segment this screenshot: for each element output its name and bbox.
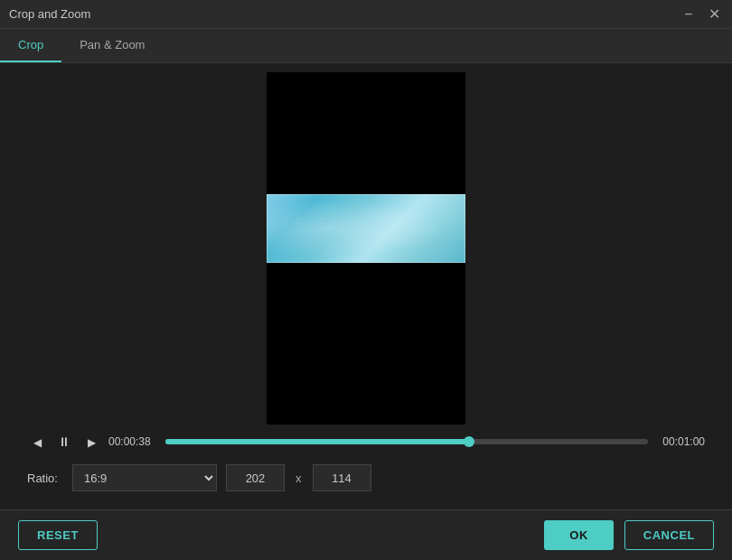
window-controls: − ✕: [680, 5, 723, 23]
crop-width-input[interactable]: [226, 464, 285, 491]
ok-button[interactable]: OK: [544, 520, 614, 550]
cancel-button[interactable]: CANCEL: [624, 520, 714, 550]
video-bottom-black: [267, 263, 465, 425]
close-button[interactable]: ✕: [705, 5, 723, 23]
ratio-bar: Ratio: 16:9 4:3 1:1 9:16 Custom x: [9, 459, 723, 497]
playback-bar: 00:00:38 00:01:00: [9, 425, 723, 459]
coord-separator: x: [294, 471, 304, 485]
next-frame-icon: [88, 434, 96, 449]
action-bar: RESET OK CANCEL: [0, 509, 732, 560]
tab-crop[interactable]: Crop: [0, 29, 61, 62]
right-buttons: OK CANCEL: [544, 520, 714, 550]
time-total: 00:01:00: [655, 435, 705, 448]
tab-bar: Crop Pan & Zoom: [0, 29, 732, 63]
video-preview: [267, 72, 465, 425]
video-top-black: [267, 72, 465, 194]
prev-frame-button[interactable]: [27, 432, 47, 452]
pause-icon: [58, 434, 70, 449]
ratio-label: Ratio:: [27, 471, 63, 485]
video-frame-visible: [267, 194, 465, 263]
window-title: Crop and Zoom: [9, 7, 90, 21]
progress-thumb: [464, 436, 474, 447]
prev-frame-icon: [33, 434, 42, 449]
ratio-select[interactable]: 16:9 4:3 1:1 9:16 Custom: [72, 464, 217, 491]
progress-bar[interactable]: [165, 439, 648, 444]
title-bar: Crop and Zoom − ✕: [0, 0, 732, 29]
main-content: 00:00:38 00:01:00 Ratio: 16:9 4:3 1:1 9:…: [0, 63, 732, 509]
tab-pan-zoom[interactable]: Pan & Zoom: [61, 29, 163, 62]
pause-button[interactable]: [54, 432, 74, 452]
crop-height-input[interactable]: [313, 464, 371, 491]
minimize-button[interactable]: −: [680, 5, 698, 23]
next-frame-button[interactable]: [81, 432, 101, 452]
reset-button[interactable]: RESET: [18, 520, 98, 550]
progress-fill: [165, 439, 469, 444]
time-current: 00:00:38: [108, 435, 158, 448]
